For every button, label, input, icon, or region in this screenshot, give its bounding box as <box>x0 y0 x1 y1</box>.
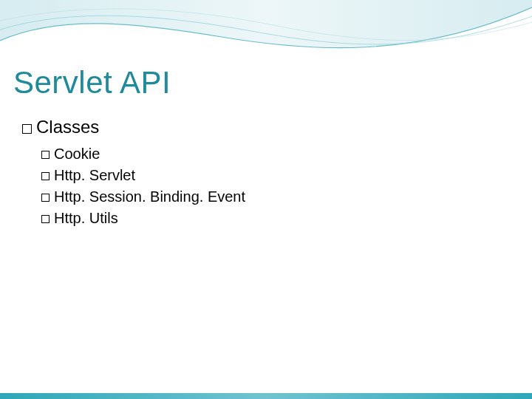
decorative-top-wave <box>0 0 532 66</box>
list-item: Http. Servlet <box>41 165 245 186</box>
decorative-bottom-bar <box>0 393 532 399</box>
square-bullet-icon <box>41 172 50 180</box>
list-item-label: Http. Session. Binding. Event <box>54 188 245 205</box>
list-item: Http. Session. Binding. Event <box>41 186 245 208</box>
list-item: Http. Utils <box>41 208 245 229</box>
square-bullet-icon <box>41 151 50 159</box>
section-heading: Classes <box>22 115 245 139</box>
section-label: Classes <box>36 117 99 137</box>
square-bullet-icon <box>41 215 50 223</box>
square-bullet-icon <box>41 194 50 202</box>
square-bullet-icon <box>22 124 32 134</box>
slide-content: Classes Cookie Http. Servlet Http. Sessi… <box>22 115 245 229</box>
list-item-label: Cookie <box>54 146 100 162</box>
list-item-label: Http. Utils <box>54 210 118 226</box>
slide: Servlet API Classes Cookie Http. Servlet… <box>0 0 532 399</box>
list-item: Cookie <box>41 143 245 165</box>
slide-title: Servlet API <box>13 65 171 100</box>
list-item-label: Http. Servlet <box>54 167 135 183</box>
